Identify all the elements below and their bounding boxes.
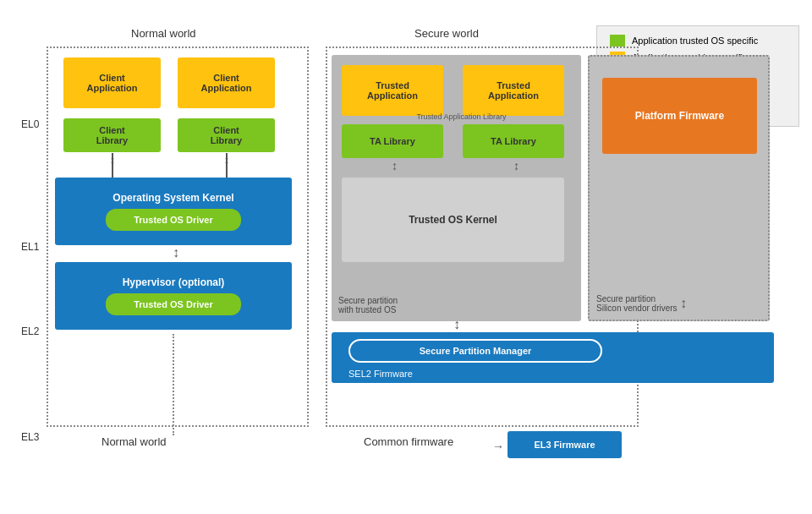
secure-partition-label-1: Secure partitionwith trusted OS — [338, 296, 398, 314]
normal-world-label-bottom: Normal world — [102, 435, 167, 448]
hypervisor-box: Hypervisor (optional) Trusted OS Driver — [55, 262, 292, 330]
diagram-container: Application trusted OS specific Applicat… — [0, 0, 812, 514]
os-kernel-box: Operating System Kernel Trusted OS Drive… — [55, 178, 292, 245]
secure-partition-trusted-bg: TrustedApplication TrustedApplication TA… — [332, 55, 581, 321]
secure-partition-manager: Secure Partition Manager — [348, 339, 602, 363]
el1-label: EL1 — [21, 241, 39, 253]
el3-firmware-box: EL3 Firmware — [508, 431, 622, 458]
arrow-ta1-os: ↕ — [392, 159, 398, 172]
el0-label: EL0 — [21, 118, 39, 130]
trusted-app-library-label: Trusted Application Library — [342, 112, 581, 121]
secure-world-label-top: Secure world — [414, 27, 479, 40]
ta-library-2: TA Library — [463, 124, 564, 158]
legend-label-1: Application trusted OS specific — [632, 36, 758, 46]
dotted-line-bottom-normal — [173, 334, 174, 435]
legend-item-1: Application trusted OS specific — [610, 35, 786, 46]
sel2-firmware-box: Secure Partition Manager SEL2 Firmware — [332, 332, 774, 383]
trusted-app-2: TrustedApplication — [463, 65, 564, 116]
legend-color-1 — [610, 35, 625, 46]
arrow-cf-el3: → — [492, 440, 504, 453]
client-app-2: ClientApplication — [178, 57, 275, 108]
client-lib-2: ClientLibrary — [178, 118, 275, 152]
el3-label: EL3 — [21, 431, 39, 443]
trusted-app-1: TrustedApplication — [342, 65, 443, 116]
platform-firmware: Platform Firmware — [602, 78, 757, 154]
sel2-firmware-label: SEL2 Firmware — [348, 369, 413, 379]
client-app-1: ClientApplication — [63, 57, 161, 108]
el2-label: EL2 — [21, 325, 39, 337]
arrow-head-up-2: ↕ — [222, 153, 232, 167]
trusted-os-driver-2: Trusted OS Driver — [106, 293, 241, 315]
hypervisor-label: Hypervisor (optional) — [123, 276, 225, 288]
trusted-os-kernel: Trusted OS Kernel — [342, 178, 564, 262]
arrow-head-up-1: ↕ — [107, 153, 118, 167]
os-kernel-label: Operating System Kernel — [112, 192, 233, 204]
arrow-ta2-os: ↕ — [513, 159, 519, 172]
common-firmware-label: Common firmware — [364, 435, 453, 448]
arrow-os-hyp: ↕ — [173, 245, 179, 260]
normal-world-label-top: Normal world — [131, 27, 196, 40]
client-lib-1: ClientLibrary — [63, 118, 161, 152]
trusted-os-driver-1: Trusted OS Driver — [106, 209, 241, 231]
ta-library-1: TA Library — [342, 124, 443, 158]
arrow-toskern-sel2: ↕ — [453, 317, 460, 332]
secure-partition-label-2: Secure partitionSilicon vendor drivers — [596, 294, 678, 313]
secure-partition-silicon-bg: Platform Firmware ↕ Secure partitionSili… — [588, 55, 770, 321]
arrow-pf-sel2: ↕ — [680, 296, 687, 311]
